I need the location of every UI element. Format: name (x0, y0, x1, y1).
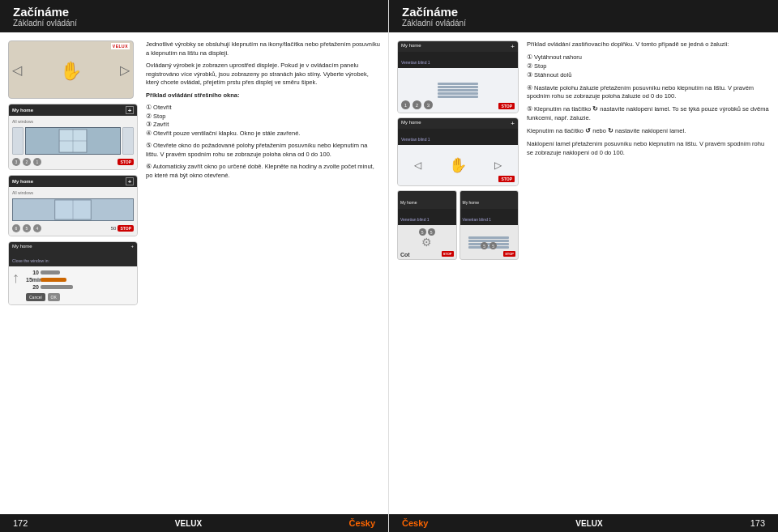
bd-title-2: My home (401, 120, 421, 127)
bd-stop-4[interactable]: STOP (503, 251, 515, 257)
step5-icon: ↻ (592, 105, 598, 113)
right-page-num: 173 (750, 518, 765, 528)
step1-left: ① Otevřít (146, 104, 380, 113)
right-step5-a: ⑤ Klepnutím na tlačítko ↻ nastavíte nakl… (527, 105, 770, 123)
time-15: 15min (26, 277, 39, 283)
num-2: 2 (23, 158, 31, 166)
right-content: My home + Venetian blind 1 (389, 32, 778, 514)
right-title: Začínáme (402, 5, 765, 19)
stop-badge-1[interactable]: STOP (118, 159, 134, 165)
blind-device-1: My home + Venetian blind 1 (397, 40, 519, 113)
right-footer: Česky VELUX 173 (389, 514, 778, 532)
bd-stop-3[interactable]: STOP (442, 251, 454, 257)
right-lang: Česky (402, 518, 428, 528)
right-header: Začínáme Základní ovládání (389, 0, 778, 32)
step2-left: ② Stop (146, 113, 380, 121)
step4-left: ④ Otevřít pouze ventilační klapku. Okno … (146, 130, 380, 138)
blind-bottom-row: My home Venetian blind 1 ⚙ Cot STOP 5 5 (397, 190, 519, 260)
slat (438, 89, 478, 92)
bd-sh-4: My home (460, 191, 519, 209)
bd-sub-1: Venetian blind 1 (398, 52, 518, 68)
bd-subtitle-4: Venetian blind 1 (463, 217, 492, 222)
device-myHome2: My home + All windows (8, 175, 138, 236)
time-bar-15 (41, 278, 66, 282)
ok-button[interactable]: OK (48, 293, 60, 301)
time-row-10: 10 (26, 270, 134, 275)
bd-title-4: My home (463, 200, 480, 205)
device-body-1: All windows (9, 116, 137, 169)
bd-subtitle-2: Venetian blind 1 (401, 137, 430, 142)
circle-4-5a: 5 (481, 242, 488, 249)
device-body-2: All windows 6 (9, 187, 137, 236)
time-20: 20 (26, 284, 39, 290)
bd-plus-1: + (511, 43, 515, 50)
hand-arr-right: ▷ (494, 160, 502, 171)
bd-header-1: My home + (398, 41, 518, 52)
bd-title-1: My home (401, 43, 421, 50)
device-subtitle-2: All windows (12, 190, 134, 195)
right-step2: ② Stop (527, 62, 770, 71)
page-wrapper: Začínáme Základní ovládání VELUX ◁ ✋ ▷ M… (0, 0, 778, 532)
win-shadow-r (122, 127, 134, 155)
bd-sub-4: Venetian blind 1 (460, 209, 519, 225)
arrow-left-icon: ◁ (12, 62, 22, 78)
circle-5a: 5 (419, 228, 426, 236)
num-6: 6 (12, 224, 20, 232)
bd-stop-2[interactable]: STOP (498, 176, 515, 182)
time-bar-20 (41, 285, 73, 289)
win-center (25, 127, 121, 155)
cog-icon-1: ⚙ (421, 236, 432, 249)
time-options: 10 15min 20 (26, 270, 134, 301)
pos-2: 2 (413, 100, 421, 109)
bd-body-4: STOP 5 5 (460, 225, 519, 259)
blind-device-2: My home + Venetian blind 1 ◁ ✋ ▷ 4 STOP (397, 117, 519, 186)
bd-subtitle-1: Venetian blind 1 (401, 60, 430, 65)
intro-text: Jednotlivé výrobky se obsluhují klepnutí… (146, 40, 380, 57)
bd-stop-1[interactable]: STOP (498, 103, 515, 109)
num-3: 3 (12, 158, 20, 166)
para2-text: Ovládaný výrobek je zobrazen uprostřed d… (146, 62, 380, 87)
device-close-header: My home + (9, 242, 137, 250)
value-50: 50 (111, 226, 117, 231)
window-svg-2 (13, 199, 133, 220)
blind-device-3: My home Venetian blind 1 ⚙ Cot STOP 5 5 (397, 190, 457, 260)
hand-arr-left: ◁ (414, 160, 421, 171)
right-intro: Příklad ovládání zastiňovacího doplňku. … (527, 40, 770, 49)
bd-sh-3: My home (398, 191, 456, 209)
blind-device-4: My home Venetian blind 1 (460, 190, 519, 260)
hand-icon: ✋ (60, 61, 82, 82)
step3-left: ③ Zavřít (146, 121, 380, 130)
left-footer: 172 VELUX Česky (0, 514, 388, 532)
right-velux: VELUX (575, 519, 602, 528)
stop-value-2: 50 STOP (111, 225, 134, 232)
blind-slats-1 (438, 83, 478, 98)
example-title: Příklad ovládání střešního okna: (146, 92, 380, 100)
right-text-col: Příklad ovládání zastiňovacího doplňku. … (527, 40, 770, 506)
window-visual-2 (12, 198, 134, 221)
device-close-body: ↑ 10 15min 20 (9, 266, 137, 304)
time-bar-10 (41, 270, 60, 275)
time-row-15: 15min (26, 277, 134, 283)
left-title: Začínáme (13, 5, 375, 19)
window-svg (26, 128, 120, 154)
circle-5b: 5 (428, 228, 435, 236)
close-subtitle: Close the window in: (12, 258, 49, 263)
bd-sub-3: Venetian blind 1 (398, 209, 456, 225)
left-subtitle: Základní ovládání (13, 19, 375, 28)
device-close-plus: + (130, 244, 134, 249)
time-10: 10 (26, 270, 39, 275)
left-images-col: VELUX ◁ ✋ ▷ My home + All windows (8, 40, 138, 506)
device-controls-2: 6 5 4 50 STOP (12, 224, 134, 232)
pos-circles-1: 1 2 3 (401, 100, 433, 109)
left-page-num: 172 (13, 518, 28, 528)
arrow-right-icon: ▷ (120, 62, 130, 78)
stop-badge-2[interactable]: STOP (118, 225, 134, 232)
circles-4: 5 5 (481, 242, 497, 249)
left-page: Začínáme Základní ovládání VELUX ◁ ✋ ▷ M… (0, 0, 389, 532)
cancel-button[interactable]: Cancel (26, 293, 45, 301)
device-top-2: My home + (9, 176, 137, 187)
device-close-window: My home + Close the window in: ↑ 10 (8, 241, 138, 305)
window-visual-1 (12, 127, 134, 155)
right-step4: ④ Nastavte polohu žaluzie přetažením pos… (527, 84, 770, 102)
device-title-1: My home (12, 108, 33, 113)
